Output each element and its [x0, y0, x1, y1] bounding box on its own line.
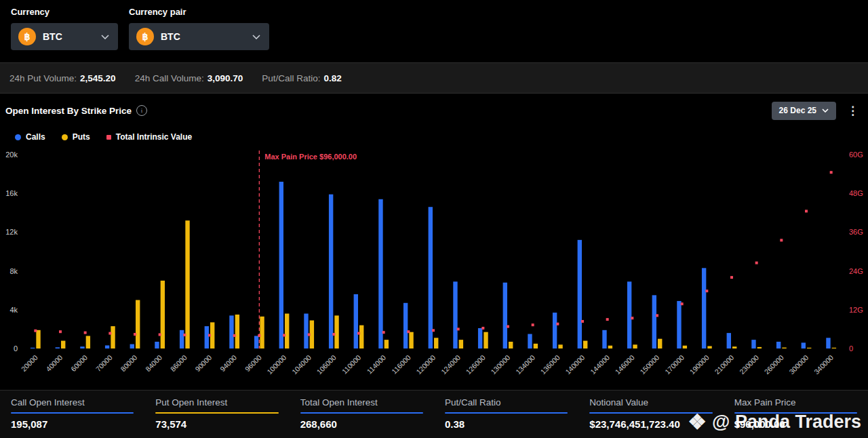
- section-title: Open Interest By Strike Price: [5, 106, 132, 116]
- stat-label: Max Pain Price: [734, 397, 857, 407]
- svg-text:Max Pain Price $96,000.00: Max Pain Price $96,000.00: [264, 153, 357, 161]
- watermark-text: @ Panda Traders: [712, 412, 861, 433]
- svg-text:146000: 146000: [613, 353, 635, 376]
- svg-text:100000: 100000: [265, 353, 288, 376]
- svg-text:80000: 80000: [119, 353, 138, 373]
- currency-dropdown[interactable]: ฿ BTC: [11, 23, 118, 50]
- svg-text:260000: 260000: [762, 353, 785, 376]
- svg-text:340000: 340000: [812, 353, 835, 376]
- currency-label: Currency: [11, 7, 118, 17]
- call-volume-value: 3,090.70: [208, 73, 243, 83]
- currency-group: Currency ฿ BTC: [11, 7, 118, 50]
- svg-text:8k: 8k: [9, 267, 18, 275]
- svg-text:126000: 126000: [464, 353, 486, 376]
- legend-tiv-label: Total Intrinsic Value: [116, 132, 192, 142]
- svg-text:120000: 120000: [414, 353, 437, 376]
- tiv-swatch-icon: [106, 135, 111, 140]
- svg-text:96000: 96000: [243, 353, 263, 373]
- btc-coin-icon: ฿: [136, 28, 154, 45]
- put-call-ratio-label: Put/Call Ratio:: [262, 73, 320, 83]
- svg-text:0: 0: [14, 344, 18, 353]
- svg-text:12G: 12G: [849, 306, 863, 314]
- put-call-ratio-stat: Put/Call Ratio:0.82: [262, 73, 342, 83]
- call-volume-label: 24h Call Volume:: [135, 73, 204, 83]
- currency-pair-dropdown[interactable]: ฿ BTC: [129, 23, 269, 50]
- svg-text:140000: 140000: [564, 353, 586, 376]
- svg-text:12k: 12k: [5, 228, 18, 236]
- section-header: Open Interest By Strike Price i 26 Dec 2…: [0, 94, 868, 127]
- call-volume-stat: 24h Call Volume:3,090.70: [135, 73, 243, 83]
- legend-puts-label: Puts: [73, 132, 90, 142]
- calls-bars: [31, 182, 831, 349]
- legend-calls-label: Calls: [26, 132, 45, 142]
- stat-label: Total Open Interest: [300, 397, 423, 407]
- tiv-dots: [34, 171, 832, 337]
- stat-accent-line: [155, 412, 278, 414]
- legend-item-calls[interactable]: Calls: [15, 132, 45, 142]
- currency-pair-group: Currency pair ฿ BTC: [129, 7, 269, 50]
- svg-text:130000: 130000: [489, 353, 511, 376]
- puts-swatch-icon: [62, 134, 68, 140]
- chart-legend: Calls Puts Total Intrinsic Value: [0, 127, 868, 146]
- svg-text:134000: 134000: [514, 353, 536, 376]
- svg-text:110000: 110000: [340, 353, 363, 376]
- stat-put-call-ratio: Put/Call Ratio 0.38: [434, 391, 578, 438]
- stat-value: 195,087: [11, 418, 134, 430]
- stat-put-open-interest: Put Open Interest 73,574: [144, 391, 289, 438]
- svg-text:20000: 20000: [20, 353, 39, 373]
- svg-text:104000: 104000: [290, 353, 313, 376]
- stat-value: 0.38: [445, 418, 568, 430]
- svg-text:90000: 90000: [193, 353, 213, 373]
- kebab-menu-icon[interactable]: ⋮: [847, 105, 859, 117]
- legend-item-puts[interactable]: Puts: [62, 132, 90, 142]
- volume-stats-bar: 24h Put Volume:2,545.20 24h Call Volume:…: [0, 62, 868, 94]
- svg-text:48G: 48G: [849, 189, 863, 197]
- stat-label: Put/Call Ratio: [445, 397, 568, 407]
- svg-text:84000: 84000: [144, 353, 163, 373]
- stat-accent-line: [300, 412, 423, 414]
- expiry-date-value: 26 Dec 25: [779, 106, 816, 115]
- put-call-ratio-value: 0.82: [324, 73, 342, 83]
- svg-text:20k: 20k: [5, 151, 18, 159]
- put-volume-value: 2,545.20: [80, 73, 116, 83]
- svg-text:136000: 136000: [538, 353, 561, 376]
- info-icon[interactable]: i: [136, 105, 147, 116]
- svg-text:116000: 116000: [390, 353, 412, 376]
- svg-text:190000: 190000: [688, 353, 710, 376]
- svg-text:114000: 114000: [365, 353, 387, 376]
- calls-swatch-icon: [15, 134, 21, 140]
- currency-pair-dropdown-value: BTC: [161, 31, 180, 42]
- svg-text:40000: 40000: [44, 353, 64, 373]
- svg-text:0: 0: [849, 344, 853, 353]
- stat-label: Notional Value: [589, 397, 712, 407]
- svg-text:300000: 300000: [787, 353, 810, 376]
- currency-dropdown-value: BTC: [43, 31, 62, 42]
- svg-text:36G: 36G: [849, 228, 863, 236]
- currency-pair-label: Currency pair: [129, 7, 269, 17]
- header: Currency ฿ BTC Currency pair ฿ BTC: [0, 0, 868, 61]
- svg-text:60G: 60G: [849, 151, 863, 159]
- stat-total-open-interest: Total Open Interest 268,660: [290, 391, 434, 438]
- options-dashboard: { "header": { "currency_label": "Currenc…: [0, 0, 868, 438]
- chart-area: 04k8k12k16k20k012G24G36G48G60G2000040000…: [0, 146, 868, 381]
- binance-logo-icon: ❖: [688, 412, 707, 433]
- svg-text:4k: 4k: [9, 306, 18, 314]
- stat-value: 73,574: [155, 418, 278, 430]
- svg-text:70000: 70000: [94, 353, 114, 373]
- stat-value: 268,660: [300, 418, 423, 430]
- left-axis-labels: 04k8k12k16k20k: [5, 151, 18, 353]
- svg-text:16k: 16k: [5, 189, 18, 197]
- put-volume-label: 24h Put Volume:: [9, 73, 77, 83]
- x-axis-labels: 2000040000600007000080000840008600090000…: [20, 353, 835, 376]
- right-axis-labels: 012G24G36G48G60G: [849, 151, 863, 353]
- open-interest-chart: 04k8k12k16k20k012G24G36G48G60G2000040000…: [0, 146, 868, 378]
- btc-coin-icon: ฿: [18, 28, 36, 45]
- svg-text:24G: 24G: [849, 267, 863, 275]
- svg-text:210000: 210000: [713, 353, 735, 376]
- chevron-down-icon: [101, 35, 109, 39]
- expiry-date-selector[interactable]: 26 Dec 25: [772, 102, 836, 120]
- legend-item-total-intrinsic-value[interactable]: Total Intrinsic Value: [106, 132, 192, 142]
- svg-text:94000: 94000: [218, 353, 238, 373]
- stat-accent-line: [11, 412, 134, 414]
- put-volume-stat: 24h Put Volume:2,545.20: [9, 73, 116, 83]
